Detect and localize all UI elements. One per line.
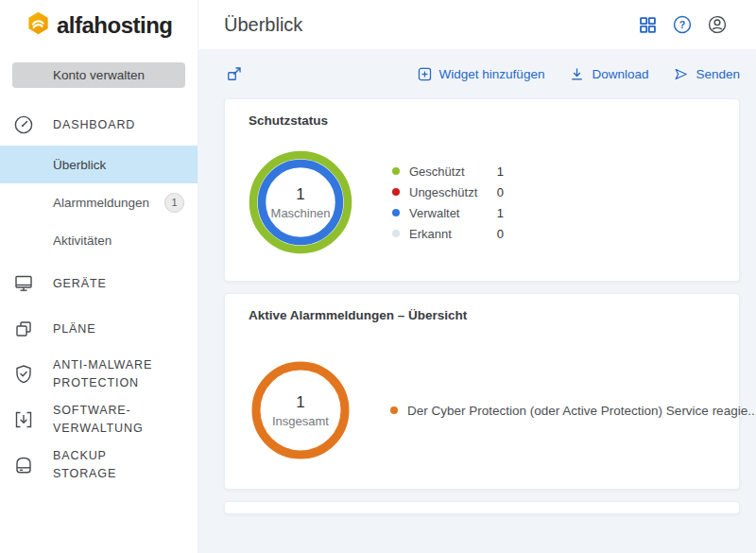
- add-widget-button[interactable]: Widget hinzufügen: [417, 66, 545, 82]
- page-title: Überblick: [224, 14, 302, 36]
- donut-center-label: Maschinen: [271, 206, 331, 220]
- plus-square-icon: [417, 66, 433, 82]
- help-icon: ?: [672, 14, 693, 35]
- legend-item: Ungeschützt 0: [392, 185, 504, 199]
- legend-dot: [392, 167, 400, 175]
- account-icon: [707, 14, 728, 35]
- sidebar-item-anti-malware[interactable]: ANTI-MALWARE PROTECTION: [0, 354, 198, 395]
- sidebar-nav: DASHBOARD Überblick Alarmmeldungen 1 Akt…: [0, 104, 198, 486]
- storage-drive-icon: [12, 454, 35, 476]
- brand-logo-text: alfahosting: [57, 12, 173, 39]
- alarms-legend: Der Cyber Protection (oder Active Protec…: [390, 404, 756, 418]
- brand-hexagon-icon: [26, 10, 51, 40]
- sidebar-item-ueberblick[interactable]: Überblick: [0, 146, 198, 183]
- sidebar-item-label: DASHBOARD: [53, 116, 135, 134]
- sidebar-item-alarmmeldungen[interactable]: Alarmmeldungen 1: [0, 183, 198, 221]
- sidebar-item-label: GERÄTE: [53, 275, 107, 293]
- legend-label: Ungeschützt: [409, 185, 488, 199]
- sidebar-item-software-verwaltung[interactable]: SOFTWARE-VERWALTUNG: [0, 399, 198, 441]
- legend-dot: [392, 188, 400, 196]
- add-widget-label: Widget hinzufügen: [439, 67, 545, 81]
- sidebar-item-label: BACKUP STORAGE: [53, 447, 168, 483]
- download-button[interactable]: Download: [569, 66, 648, 82]
- help-button[interactable]: ?: [672, 14, 693, 35]
- shield-check-icon: [12, 363, 35, 386]
- protection-legend: Geschützt 1 Ungeschützt 0 Verwaltet 1: [392, 164, 504, 241]
- app-window: alfahosting Konto verwalten DASHBOARD Üb…: [0, 0, 756, 553]
- legend-label: Verwaltet: [409, 206, 488, 220]
- sidebar-item-backup-storage[interactable]: BACKUP STORAGE: [0, 444, 198, 486]
- apps-grid-icon: [638, 15, 658, 35]
- legend-value: 0: [497, 185, 504, 199]
- dashboard-gauge-icon: [12, 113, 35, 136]
- legend-dot: [392, 230, 400, 237]
- donut-center-value: 1: [296, 185, 304, 204]
- donut-center-value: 1: [296, 393, 304, 412]
- send-icon: [673, 66, 689, 82]
- sidebar-item-label: ANTI-MALWARE PROTECTION: [53, 356, 168, 392]
- expand-dashboard-button[interactable]: [224, 63, 245, 84]
- software-install-icon: [12, 408, 35, 431]
- legend-dot: [392, 209, 400, 216]
- sidebar: alfahosting Konto verwalten DASHBOARD Üb…: [0, 0, 198, 553]
- legend-item: Geschützt 1: [392, 164, 504, 179]
- sidebar-item-label: Alarmmeldungen: [53, 196, 149, 210]
- sidebar-logo[interactable]: alfahosting: [0, 0, 198, 42]
- legend-value: 0: [497, 227, 504, 241]
- sidebar-item-label: SOFTWARE-VERWALTUNG: [53, 402, 168, 438]
- legend-item: Erkannt 0: [392, 227, 504, 241]
- download-label: Download: [592, 67, 648, 81]
- widget-title: Schutzstatus: [249, 113, 715, 128]
- svg-text:?: ?: [679, 19, 685, 30]
- alarm-count-badge: 1: [164, 193, 184, 213]
- plans-icon: [12, 318, 35, 340]
- legend-label: Geschützt: [409, 164, 488, 179]
- widget-title: Aktive Alarmmeldungen – Übersicht: [249, 308, 715, 322]
- legend-dot: [390, 406, 398, 414]
- dashboard-toolbar: Widget hinzufügen Download: [224, 49, 740, 98]
- download-icon: [569, 66, 585, 82]
- send-button[interactable]: Senden: [673, 66, 740, 82]
- sidebar-item-label: PLÄNE: [53, 320, 96, 338]
- send-label: Senden: [696, 67, 740, 81]
- widget-protection-status: Schutzstatus 1 Maschinen: [224, 98, 740, 282]
- account-button[interactable]: [707, 14, 728, 35]
- widget-active-alarms: Aktive Alarmmeldungen – Übersicht 1 Insg…: [224, 293, 740, 490]
- main-area: Überblick ?: [198, 0, 756, 553]
- monitor-icon: [12, 272, 35, 295]
- legend-label: Erkannt: [409, 227, 488, 241]
- sidebar-item-plaene[interactable]: PLÄNE: [0, 308, 198, 350]
- alarm-legend-item: Der Cyber Protection (oder Active Protec…: [390, 404, 756, 418]
- legend-item: Verwaltet 1: [392, 206, 504, 220]
- apps-grid-button[interactable]: [637, 14, 658, 35]
- manage-account-button[interactable]: Konto verwalten: [12, 62, 185, 88]
- sidebar-item-dashboard[interactable]: DASHBOARD: [0, 104, 198, 146]
- protection-donut-chart: 1 Maschinen: [249, 150, 352, 254]
- alarms-donut-chart: 1 Insgesamt: [249, 358, 352, 462]
- dashboard-content: Widget hinzufügen Download: [198, 49, 756, 553]
- expand-icon: [225, 64, 244, 83]
- sidebar-item-aktivitaeten[interactable]: Aktivitäten: [0, 221, 198, 259]
- donut-center-label: Insgesamt: [272, 414, 329, 428]
- legend-value: 1: [497, 164, 504, 179]
- next-widget-peek: [224, 501, 740, 514]
- legend-value: 1: [497, 206, 504, 220]
- legend-label: Der Cyber Protection (oder Active Protec…: [407, 404, 756, 418]
- sidebar-item-geraete[interactable]: GERÄTE: [0, 263, 198, 304]
- top-header: Überblick ?: [198, 0, 756, 49]
- sidebar-item-label: Überblick: [53, 158, 106, 172]
- sidebar-item-label: Aktivitäten: [53, 233, 112, 248]
